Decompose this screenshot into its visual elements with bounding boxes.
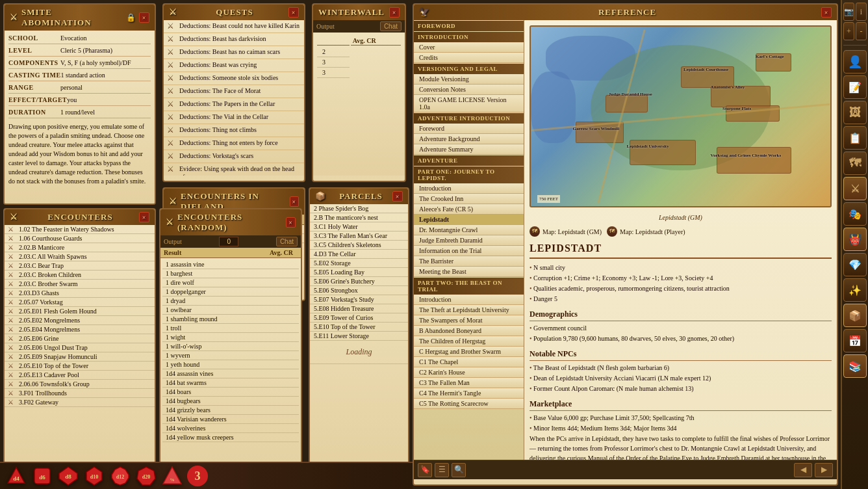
enc-item[interactable]: ⚔3.F01 Trollhounds	[5, 389, 155, 398]
enc-rand-row[interactable]: 1 troll	[162, 324, 299, 333]
toc-item-adventure-summary[interactable]: Adventure Summary	[414, 144, 524, 155]
toc-item-theft[interactable]: The Theft at Lepidstadt University	[414, 305, 524, 315]
ref-footer-list-button[interactable]: ☰	[435, 463, 449, 477]
enc-rand-row[interactable]: 1d4 wolverines	[162, 424, 299, 433]
winterwall-row-0[interactable]: 2	[317, 47, 350, 57]
dice-d8[interactable]: d8	[57, 465, 79, 487]
sidebar-characters-button[interactable]: 👤	[843, 50, 867, 73]
enc-item[interactable]: ⚔2.03.C Brother Swarm	[5, 280, 155, 289]
enc-item[interactable]: ⚔2.05.E01 Flesh Golem Hound	[5, 307, 155, 316]
enc-rand-count-input[interactable]: 0	[219, 237, 238, 246]
parcel-item[interactable]: 3.C1 Holy Water	[310, 222, 408, 231]
sidebar-library-button[interactable]: 📚	[843, 354, 867, 378]
enc-item[interactable]: ⚔2.05.07 Vorkstag	[5, 298, 155, 307]
sidebar-tokens-button[interactable]: 🎭	[843, 202, 867, 226]
toc-item-lepidstadt[interactable]: Lepidstadt	[414, 215, 524, 225]
map-icon-player[interactable]: 🗺 Map: Lepidstadt (Player)	[607, 226, 685, 237]
enc-rand-row[interactable]: 1d4 assassin vines	[162, 369, 299, 378]
enc-item[interactable]: ⚔2.03.D3 Ghasts	[5, 289, 155, 298]
enc-rand-row[interactable]: 1 wyvern	[162, 351, 299, 360]
enc-rand-row[interactable]: 1d4 grizzly bears	[162, 406, 299, 415]
toc-item-abandoned-boneyard[interactable]: B Abandoned Boneyard	[414, 326, 524, 336]
parcel-item[interactable]: 5.E07 Vorkstag's Study	[310, 295, 408, 304]
parcel-item[interactable]: 3.C3 The Fallen Man's Gear	[310, 231, 408, 241]
enc-item[interactable]: ⚔2.02.B Manticore	[5, 243, 155, 252]
toc-item-judge-embreth[interactable]: Judge Embreth Daramid	[414, 235, 524, 246]
parcel-item[interactable]: 5.E06 Grine's Butchery	[310, 277, 408, 286]
toc-item-swampers[interactable]: The Swampers of Morat	[414, 315, 524, 326]
toc-item-conversion-notes[interactable]: Conversion Notes	[414, 85, 524, 95]
encounters-close-button[interactable]: ×	[139, 212, 149, 222]
dice-d12[interactable]: d12	[109, 465, 131, 487]
toc-item-children-hergstag[interactable]: The Children of Hergstag	[414, 336, 524, 347]
quest-item[interactable]: ⚔Deductions: The Face of Morat	[164, 85, 304, 98]
dieland-close-button[interactable]: ×	[290, 196, 299, 207]
toc-item-foreword[interactable]: Foreword	[414, 124, 524, 134]
enc-rand-row[interactable]: 1 assassin vine	[162, 260, 299, 269]
parcel-item[interactable]: 3.C5 Children's Skeletons	[310, 241, 408, 250]
enc-rand-row[interactable]: 1d4 Varisian wanderers	[162, 415, 299, 424]
sidebar-notes-button[interactable]: 📝	[843, 75, 867, 99]
toolbar-screenshot-button[interactable]: 📷	[843, 3, 854, 21]
quests-close-button[interactable]: ×	[288, 7, 299, 18]
toc-item-p2-intro[interactable]: Introduction	[414, 295, 524, 305]
enc-item[interactable]: ⚔2.05.E06 Ungol Dust Trap	[5, 343, 155, 352]
enc-item[interactable]: ⚔2.03.C Bear Trap	[5, 261, 155, 271]
toolbar-zoom-out-button[interactable]: -	[856, 22, 867, 40]
enc-item[interactable]: ⚔2.05.E04 Mongrelmens	[5, 325, 155, 334]
quest-item[interactable]: ⚔Deductions: Vorkstag's scars	[164, 150, 304, 163]
toc-item-aleeces-fate[interactable]: Aleece's Fate (CR 5)	[414, 204, 524, 215]
quest-item[interactable]: ⚔Deductions: Beast was crying	[164, 59, 304, 72]
toc-item-c1-chapel[interactable]: C1 The Chapel	[414, 357, 524, 367]
ref-nav-prev-button[interactable]: ◀	[794, 463, 812, 477]
parcel-item[interactable]: 4.D3 The Cellar	[310, 250, 408, 259]
toc-item-credits[interactable]: Credits	[414, 53, 524, 63]
dice-d10[interactable]: d10	[83, 465, 105, 487]
toc-item-ogl[interactable]: OPEN GAME LICENSE Version 1.0a	[414, 95, 524, 112]
enc-item[interactable]: ⚔1.02 The Feaster in Watery Shadows	[5, 225, 155, 234]
quest-item[interactable]: ⚔Deductions: Thing not climbs	[164, 124, 304, 137]
winterwall-row-1[interactable]: 3	[317, 57, 350, 68]
dice-d4[interactable]: d4	[5, 465, 27, 487]
sidebar-parcels-button[interactable]: 📦	[843, 304, 867, 327]
quest-item[interactable]: ⚔Deductions: The Vial in the Cellar	[164, 111, 304, 124]
enc-rand-row[interactable]: 1 shambling mound	[162, 315, 299, 324]
quest-item[interactable]: ⚔Deductions: The Papers in the Cellar	[164, 98, 304, 111]
enc-rand-row[interactable]: 1 will-o'-wisp	[162, 342, 299, 351]
enc-rand-row[interactable]: 1 barghest	[162, 269, 299, 278]
enc-rand-row[interactable]: 1 owlbear	[162, 306, 299, 315]
toc-item-meeting-beast[interactable]: Meeting the Beast	[414, 267, 524, 277]
winterwall-close-button[interactable]: ×	[389, 7, 400, 18]
enc-rand-row[interactable]: 1 doppelganger	[162, 287, 299, 297]
enc-item[interactable]: ⚔2.05.E09 Snapjaw Homunculi	[5, 352, 155, 362]
quest-item[interactable]: ⚔Deductions: Someone stole six bodies	[164, 72, 304, 85]
toc-item-cover[interactable]: Cover	[414, 42, 524, 53]
enc-item[interactable]: ⚔2.03.C Broken Children	[5, 271, 155, 280]
enc-rand-row[interactable]: 1d4 yellow musk creepers	[162, 433, 299, 442]
enc-item[interactable]: ⚔2.05.E02 Mongrelmens	[5, 316, 155, 325]
parcel-item[interactable]: 5.E10 Top of the Tower	[310, 323, 408, 332]
sidebar-calendar-button[interactable]: 📅	[843, 329, 867, 352]
toc-item-crooked-inn[interactable]: The Crooked Inn	[414, 194, 524, 204]
dice-d20[interactable]: d20	[135, 465, 157, 487]
smite-close-button[interactable]: ×	[139, 12, 149, 23]
toc-item-c5-scarecrow[interactable]: C5 The Rotting Scarecrow	[414, 399, 524, 409]
quest-item[interactable]: ⚔Deductions: Beast has darkvision	[164, 33, 304, 46]
enc-rand-row[interactable]: 1d4 bat swarms	[162, 378, 299, 388]
quest-item[interactable]: ⚔Evidece: Using speak with dead on the h…	[164, 163, 304, 176]
toc-item-intro[interactable]: Introduction	[414, 183, 524, 194]
ref-footer-search-button[interactable]: 🔍	[452, 463, 466, 477]
toc-item-c4-hermit[interactable]: C4 The Hermit's Tangle	[414, 388, 524, 399]
enc-rand-chat-button[interactable]: Chat	[276, 237, 298, 246]
enc-item[interactable]: ⚔3.F02 Gateway	[5, 398, 155, 407]
enc-item[interactable]: ⚔2.05.E06 Grine	[5, 334, 155, 343]
winterwall-row-2[interactable]: 3	[317, 68, 350, 78]
toc-item-info-trial[interactable]: Information on the Trial	[414, 246, 524, 256]
toc-item-barrister[interactable]: The Barrister	[414, 256, 524, 267]
enc-item[interactable]: ⚔2.05.E13 Cadaver Pool	[5, 371, 155, 380]
toc-item-c2-karin[interactable]: C2 Karin's House	[414, 367, 524, 378]
ref-nav-next-button[interactable]: ▶	[815, 463, 833, 477]
toc-item-dr-montangnie[interactable]: Dr. Montangnie Crawl	[414, 225, 524, 235]
ref-footer-bookmark-button[interactable]: 🔖	[418, 463, 432, 477]
enc-rand-row[interactable]: 1 dire wolf	[162, 278, 299, 287]
